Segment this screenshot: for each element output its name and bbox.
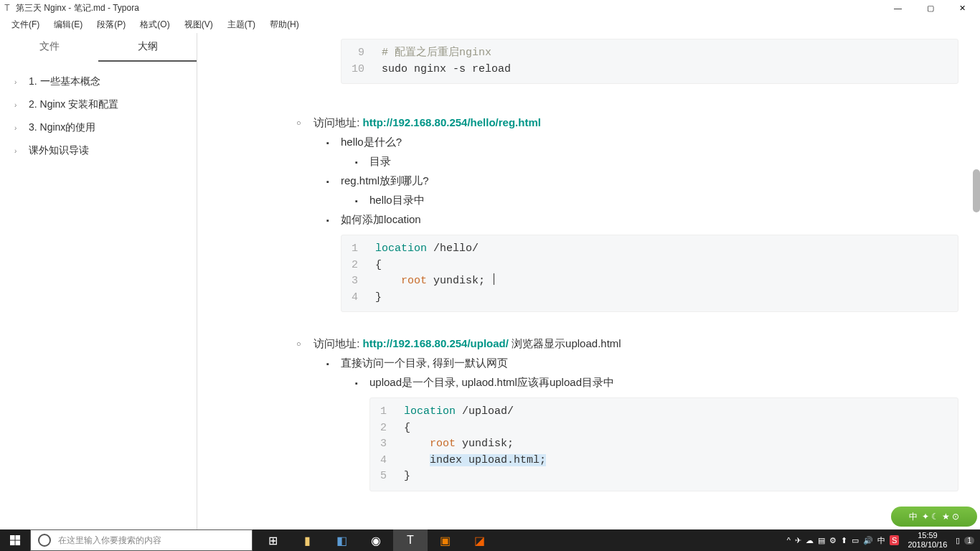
text: 如何添加location [341,213,421,225]
app-icon: T [1,2,13,14]
taskbar-app-chrome[interactable]: ◉ [359,529,393,551]
url-link[interactable]: http://192.168.80.254/upload/ [363,337,509,349]
system-tray: ^ ✈ ☁ ▤ ⚙ ⬆ ▭ 🔊 中 S 15:59 2018/10/16 ▯ 1 [781,531,980,550]
tab-files[interactable]: 文件 [0,33,98,62]
ime-float-widget[interactable]: 中 ✦ ☾ ★ ⊙ [891,507,977,527]
svg-rect-1 [15,535,20,540]
text: reg.html放到哪儿? [341,174,429,187]
taskbar-search[interactable]: 在这里输入你要搜索的内容 [30,529,253,551]
code-block[interactable]: 12345 location /upload/ { root yundisk; … [369,397,958,491]
task-view-icon[interactable]: ⊞ [255,529,290,551]
list-item[interactable]: 目录 [369,151,958,171]
outline-label: 2. Nginx 安装和配置 [29,98,118,111]
tray-ime-icon[interactable]: 中 [877,535,885,546]
menubar: 文件(F) 编辑(E) 段落(P) 格式(O) 视图(V) 主题(T) 帮助(H… [0,16,980,33]
code-content: # 配置之后重启nginx sudo nginx -s reload [374,39,518,83]
tray-time: 15:59 [908,531,947,540]
text: hello目录中 [369,194,425,206]
menu-edit[interactable]: 编辑(E) [48,17,88,32]
ime-text: 中 [909,511,918,523]
editor-content[interactable]: 910 # 配置之后重启nginx sudo nginx -s reload 访… [197,33,980,529]
ime-icons: ✦ ☾ ★ ⊙ [922,512,959,522]
close-button[interactable]: ✕ [946,0,979,16]
outline-item[interactable]: ›2. Nginx 安装和配置 [6,93,191,116]
menu-help[interactable]: 帮助(H) [264,17,305,32]
chevron-right-icon: › [14,101,23,109]
text-label: 访问地址: [314,337,362,349]
outline-label: 课外知识导读 [29,144,89,157]
outline-item[interactable]: ›1. 一些基本概念 [6,70,191,93]
outline-panel: ›1. 一些基本概念 ›2. Nginx 安装和配置 ›3. Nginx的使用 … [0,62,197,171]
chevron-right-icon: › [14,147,23,155]
tray-notifications-icon[interactable]: ▯ [956,536,960,545]
text-cursor [494,273,494,285]
code-block[interactable]: 910 # 配置之后重启nginx sudo nginx -s reload [341,39,958,84]
svg-rect-3 [15,540,20,545]
tray-chevron-icon[interactable]: ^ [787,536,791,545]
outline-label: 1. 一些基本概念 [29,75,100,88]
chevron-right-icon: › [14,78,23,86]
menu-view[interactable]: 视图(V) [179,17,219,32]
text: hello是什么? [341,136,402,148]
text-label: 访问地址: [314,116,362,128]
list-item[interactable]: 直接访问一个目录, 得到一默认网页 upload是一个目录, uplaod.ht… [341,353,958,491]
sidebar: 文件 大纲 ›1. 一些基本概念 ›2. Nginx 安装和配置 ›3. Ngi… [0,33,197,529]
titlebar: T 第三天 Nginx - 笔记.md - Typora — ▢ ✕ [0,0,980,16]
menu-format[interactable]: 格式(O) [134,17,175,32]
taskbar: 在这里输入你要搜索的内容 ⊞ ▮ ◧ ◉ T ▣ ◪ ^ ✈ ☁ ▤ ⚙ ⬆ ▭… [0,529,980,551]
list-item[interactable]: reg.html放到哪儿? hello目录中 [341,171,958,209]
chevron-right-icon: › [14,124,23,132]
taskbar-app-vm[interactable]: ▣ [428,529,462,551]
taskbar-app-explorer[interactable]: ▮ [290,529,324,551]
start-button[interactable] [0,529,30,551]
tray-badge: 1 [964,537,974,545]
list-item[interactable]: hello目录中 [369,190,958,209]
tray-sogou-icon[interactable]: S [890,535,899,545]
outline-item[interactable]: ›3. Nginx的使用 [6,116,191,139]
scrollbar-thumb[interactable] [973,169,980,212]
list-item[interactable]: upload是一个目录, uplaod.html应该再upload目录中 123… [369,372,958,491]
menu-paragraph[interactable]: 段落(P) [91,17,131,32]
maximize-button[interactable]: ▢ [914,0,946,16]
menu-theme[interactable]: 主题(T) [222,17,261,32]
tray-icon[interactable]: ▤ [818,536,825,545]
tray-icon[interactable]: ⚙ [829,536,837,545]
list-item[interactable]: hello是什么? 目录 [341,132,958,171]
taskbar-app-foxit[interactable]: ◪ [462,529,496,551]
outline-item[interactable]: ›课外知识导读 [6,139,191,162]
url-link[interactable]: http://192.168.80.254/hello/reg.html [363,116,541,128]
tray-icon[interactable]: ⬆ [841,536,847,545]
text: 浏览器显示upload.html [509,337,621,349]
windows-icon [10,535,21,546]
list-item[interactable]: 访问地址: http://192.168.80.254/hello/reg.ht… [312,113,958,312]
code-block[interactable]: 1234 location /hello/ { root yundisk; } [341,235,958,312]
taskbar-app-typora[interactable]: T [393,529,428,551]
code-gutter: 1234 [341,235,368,311]
text: 直接访问一个目录, 得到一默认网页 [341,357,508,369]
window-title: 第三天 Nginx - 笔记.md - Typora [16,2,882,14]
tray-date: 2018/10/16 [908,540,947,550]
cortana-icon [38,534,51,547]
tray-icon[interactable]: ✈ [795,536,801,545]
list-item[interactable]: 访问地址: http://192.168.80.254/upload/ 浏览器显… [312,334,958,491]
code-content: location /hello/ { root yundisk; } [368,235,501,311]
tray-volume-icon[interactable]: 🔊 [863,536,873,545]
code-content: location /upload/ { root yundisk; index … [397,398,553,491]
svg-rect-0 [10,535,15,540]
tray-battery-icon[interactable]: ▭ [852,536,859,545]
taskbar-app[interactable]: ◧ [324,529,359,551]
outline-label: 3. Nginx的使用 [29,121,95,134]
text: upload是一个目录, uplaod.html应该再upload目录中 [369,376,614,388]
tray-icon[interactable]: ☁ [806,536,814,545]
code-gutter: 910 [341,39,374,83]
tab-outline[interactable]: 大纲 [98,33,197,62]
text: 目录 [369,155,391,167]
minimize-button[interactable]: — [882,0,914,16]
list-item[interactable]: 如何添加location 1234 location /hello/ { roo… [341,209,958,312]
menu-file[interactable]: 文件(F) [6,17,45,32]
search-placeholder: 在这里输入你要搜索的内容 [58,534,161,547]
code-gutter: 12345 [370,398,397,491]
svg-rect-2 [10,540,15,545]
tray-clock[interactable]: 15:59 2018/10/16 [903,531,951,550]
